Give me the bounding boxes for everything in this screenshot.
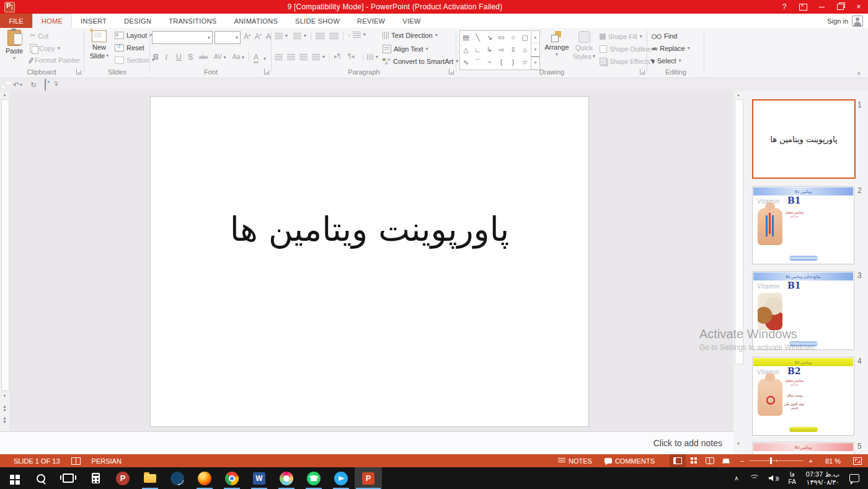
- decrease-indent-button[interactable]: [316, 33, 325, 39]
- change-case-button[interactable]: Aa ▾: [232, 53, 244, 60]
- tab-file[interactable]: FILE: [0, 14, 32, 28]
- wifi-icon[interactable]: [749, 475, 759, 482]
- ribbon-display-options-button[interactable]: [794, 0, 812, 14]
- shape-star[interactable]: ☆: [519, 56, 531, 68]
- language-indicator[interactable]: PERSIAN: [92, 457, 122, 465]
- thumbs-scrollbar-thumb[interactable]: [735, 99, 743, 364]
- tab-review[interactable]: REVIEW: [348, 14, 394, 28]
- thumbnail-slide-1[interactable]: پاورپوینت ویتامین ها: [752, 99, 856, 179]
- shape-rectangle[interactable]: ▭: [495, 31, 507, 43]
- shape-right-brace[interactable]: }: [507, 56, 519, 68]
- minimize-button[interactable]: [812, 0, 831, 14]
- taskbar-clock[interactable]: 07:37 ب.ظ ۱۳۹۹/۰۸/۳۰: [806, 470, 839, 487]
- thumbnail-slide-3[interactable]: منابع غذایی ویتامین B1 Vitamin B1 منابع …: [752, 271, 854, 350]
- thumbs-scroll-down-button[interactable]: ▼: [733, 442, 743, 446]
- font-name-combobox[interactable]: ▾: [152, 31, 213, 44]
- numbering-button[interactable]: ▾: [293, 33, 306, 39]
- taskbar-powerpoint[interactable]: P: [355, 467, 382, 489]
- tab-view[interactable]: VIEW: [394, 14, 429, 28]
- action-center-icon[interactable]: [849, 474, 859, 482]
- underline-button[interactable]: U: [176, 53, 182, 61]
- spell-check-icon[interactable]: [71, 457, 81, 465]
- fit-slide-to-window-button[interactable]: [847, 454, 868, 467]
- bold-button[interactable]: B: [153, 53, 159, 61]
- speaker-icon[interactable]: ))): [769, 475, 779, 482]
- taskbar-whatsapp[interactable]: ☎: [300, 467, 327, 489]
- help-button[interactable]: ?: [775, 0, 794, 14]
- zoom-out-button[interactable]: −: [734, 454, 744, 467]
- find-button[interactable]: Find: [652, 32, 677, 40]
- tab-insert[interactable]: INSERT: [72, 14, 115, 28]
- shape-text-box[interactable]: ▤: [460, 31, 472, 43]
- section-button[interactable]: Section ▾: [115, 56, 154, 64]
- normal-view-button[interactable]: [670, 454, 686, 467]
- taskbar-file-explorer[interactable]: [136, 467, 164, 489]
- zoom-slider-thumb[interactable]: [770, 457, 772, 464]
- increase-indent-button[interactable]: [329, 33, 339, 39]
- shape-right-arrow[interactable]: ⇨: [495, 43, 507, 56]
- shapes-more-button[interactable]: ▼: [531, 56, 539, 70]
- character-spacing-button[interactable]: AV ▾: [214, 53, 226, 60]
- previous-slide-button[interactable]: ▲▲: [0, 405, 9, 411]
- tab-home[interactable]: HOME: [32, 14, 72, 28]
- shape-elbow-arrow-connector[interactable]: ↳: [484, 43, 495, 56]
- shape-line[interactable]: ╲: [472, 31, 484, 43]
- new-slide-button[interactable]: New Slide▾: [86, 30, 112, 60]
- columns-button[interactable]: ▾: [367, 54, 378, 60]
- collapse-ribbon-button[interactable]: ∧: [857, 70, 861, 76]
- shape-rounded-rectangle[interactable]: ▢: [519, 31, 531, 43]
- shape-snip-corner[interactable]: ⌂: [519, 43, 531, 56]
- shape-triangle[interactable]: △: [460, 43, 472, 56]
- start-from-beginning-button[interactable]: [45, 79, 46, 91]
- align-text-button[interactable]: Align Text ▾: [383, 45, 428, 53]
- tab-design[interactable]: DESIGN: [115, 14, 160, 28]
- italic-button[interactable]: I: [165, 53, 167, 62]
- slide-sorter-view-button[interactable]: [686, 454, 702, 467]
- customize-qat-button[interactable]: ▾: [54, 82, 58, 87]
- shape-scribble[interactable]: ∿: [460, 56, 472, 68]
- replace-button[interactable]: ab Replace ▾: [652, 45, 690, 52]
- reset-button[interactable]: Reset: [115, 44, 144, 52]
- font-color-button[interactable]: A: [254, 53, 259, 63]
- thumbnail-slide-5[interactable]: ویتامین B2: [752, 442, 854, 454]
- align-right-button[interactable]: [299, 54, 308, 60]
- reading-view-button[interactable]: [702, 454, 718, 467]
- zoom-slider[interactable]: [749, 460, 804, 461]
- align-left-button[interactable]: [275, 54, 283, 60]
- arrange-button[interactable]: Arrange ▾: [544, 31, 570, 57]
- ltr-direction-button[interactable]: ▸¶: [334, 53, 340, 60]
- language-switcher[interactable]: فا FA: [789, 471, 796, 486]
- taskbar-firefox[interactable]: [191, 467, 218, 489]
- thumbnail-slide-4[interactable]: ویتامین B2 Vitamin B2 ویتامین محلول در آ…: [752, 357, 854, 436]
- zoom-level[interactable]: 81 %: [819, 454, 847, 467]
- scroll-down-button[interactable]: ▼: [0, 394, 9, 398]
- tab-animations[interactable]: ANIMATIONS: [225, 14, 286, 28]
- strikethrough-button[interactable]: abc: [199, 54, 208, 60]
- taskbar-word[interactable]: W: [246, 467, 273, 489]
- slide-title-text[interactable]: پاورپوینت ویتامین ها: [230, 210, 509, 314]
- convert-to-smartart-button[interactable]: Convert to SmartArt ▾: [383, 58, 458, 65]
- taskbar-navy-app[interactable]: [164, 467, 191, 489]
- restore-button[interactable]: [831, 0, 849, 14]
- shapes-scroll-up-button[interactable]: ▲: [531, 31, 539, 43]
- taskbar-search-button[interactable]: [27, 467, 55, 489]
- editor-vertical-scrollbar[interactable]: ▲ ▼ ▲▲ ▼▼: [0, 91, 9, 454]
- slide-canvas[interactable]: پاورپوینت ویتامین ها: [150, 96, 589, 427]
- thumbnail-slide-2[interactable]: ویتامین B1 Vitamin B1 ویتامین محلول در آ…: [752, 186, 854, 264]
- shape-elbow-connector[interactable]: ∟: [472, 43, 484, 56]
- quick-styles-button[interactable]: Quick Styles▾: [571, 31, 597, 60]
- scroll-up-button[interactable]: ▲: [0, 93, 9, 97]
- tray-expand-button[interactable]: ∧: [734, 475, 738, 482]
- shape-arc[interactable]: ⌒: [472, 56, 484, 68]
- copy-button[interactable]: Copy ▾: [30, 44, 60, 52]
- font-size-combobox[interactable]: ▾: [215, 31, 241, 44]
- tab-transitions[interactable]: TRANSITIONS: [160, 14, 225, 28]
- task-view-button[interactable]: [55, 467, 82, 489]
- clear-formatting-button[interactable]: A: [266, 32, 271, 41]
- text-direction-button[interactable]: Text Direction ▾: [383, 32, 438, 39]
- align-center-button[interactable]: [287, 54, 295, 60]
- next-slide-button[interactable]: ▼▼: [0, 418, 9, 424]
- shape-curve[interactable]: ~: [484, 56, 495, 68]
- sign-in-button[interactable]: Sign in: [827, 14, 868, 28]
- taskbar-photo-editor[interactable]: [273, 467, 300, 489]
